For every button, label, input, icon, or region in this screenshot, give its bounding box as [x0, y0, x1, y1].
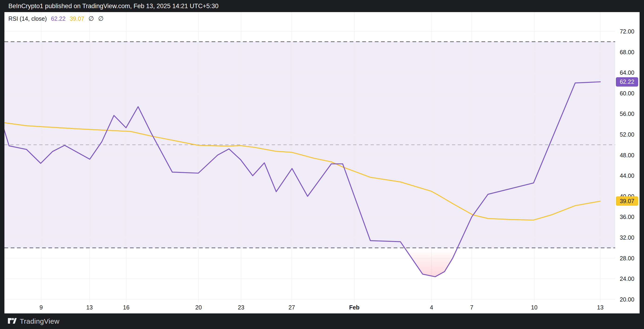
- y-tick-label: 32.00: [620, 234, 634, 241]
- y-tick-label: 44.00: [620, 172, 634, 179]
- x-tick-label: 13: [86, 304, 93, 311]
- y-tick-label: 72.00: [620, 28, 634, 35]
- y-tick-label: 60.00: [620, 90, 634, 97]
- rsi-badge-label: 62.22: [620, 78, 634, 85]
- y-tick-label: 28.00: [620, 255, 634, 261]
- x-tick-label: 9: [40, 304, 43, 311]
- rsi-last-value: 62.22: [51, 15, 66, 22]
- footer-bar: TradingView: [0, 313, 644, 329]
- x-tick-label: 10: [531, 304, 538, 311]
- x-tick-label: 13: [597, 304, 604, 311]
- left-frame-strip: [0, 12, 4, 313]
- tradingview-logo-icon[interactable]: [8, 318, 17, 325]
- oversold-fill: [404, 248, 457, 277]
- y-tick-label: 20.00: [620, 296, 634, 303]
- indicator-title: RSI (14, close): [8, 15, 47, 22]
- y-tick-label: 64.00: [620, 69, 634, 76]
- y-tick-label: 52.00: [620, 131, 634, 138]
- rsi-chart-canvas[interactable]: 72.0068.0064.0060.0056.0052.0048.0044.00…: [0, 0, 644, 329]
- x-tick-label: 23: [238, 304, 244, 311]
- ma-badge-label: 39.07: [620, 198, 634, 204]
- eye-off-icon[interactable]: ∅: [88, 15, 94, 22]
- x-tick-label: 4: [430, 304, 433, 311]
- x-tick-label: Feb: [349, 304, 360, 311]
- eye-off-icon[interactable]: ∅: [98, 15, 104, 22]
- x-tick-label: 27: [288, 304, 295, 311]
- publish-bar: BeInCrypto1 published on TradingView.com…: [0, 0, 644, 12]
- y-tick-label: 68.00: [620, 49, 634, 55]
- y-tick-label: 36.00: [620, 214, 634, 220]
- x-tick-label: 7: [470, 304, 473, 311]
- brand-name[interactable]: TradingView: [20, 317, 60, 325]
- publish-text: BeInCrypto1 published on TradingView.com…: [8, 3, 218, 10]
- ma-last-value: 39.07: [70, 15, 84, 22]
- indicator-legend: RSI (14, close) 62.22 39.07 ∅ ∅: [8, 15, 104, 22]
- right-frame-strip: [640, 12, 644, 313]
- x-tick-label: 16: [123, 304, 130, 311]
- rsi-price-badge: 62.22: [616, 77, 638, 87]
- y-tick-label: 48.00: [620, 152, 634, 158]
- x-tick-label: 20: [195, 304, 202, 311]
- y-tick-label: 56.00: [620, 111, 634, 117]
- ma-price-badge: 39.07: [616, 196, 638, 206]
- y-tick-label: 24.00: [620, 275, 634, 282]
